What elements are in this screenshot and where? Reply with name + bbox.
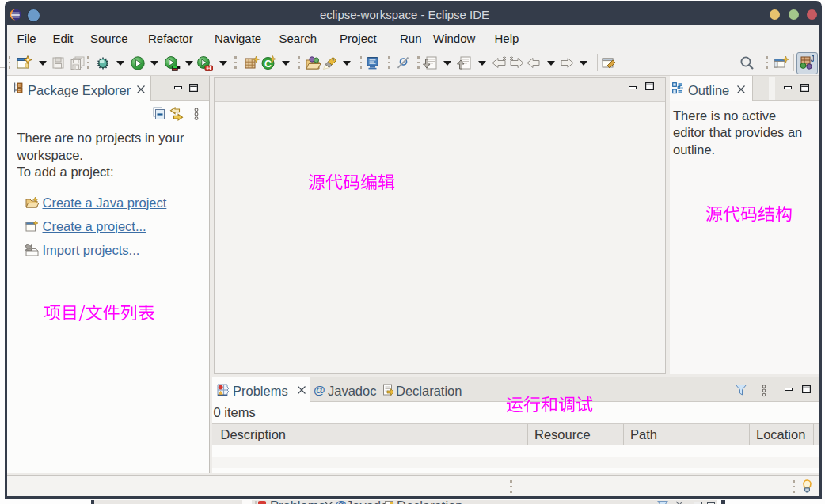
svg-text:C: C [264, 59, 272, 70]
svg-text:J: J [811, 55, 815, 63]
